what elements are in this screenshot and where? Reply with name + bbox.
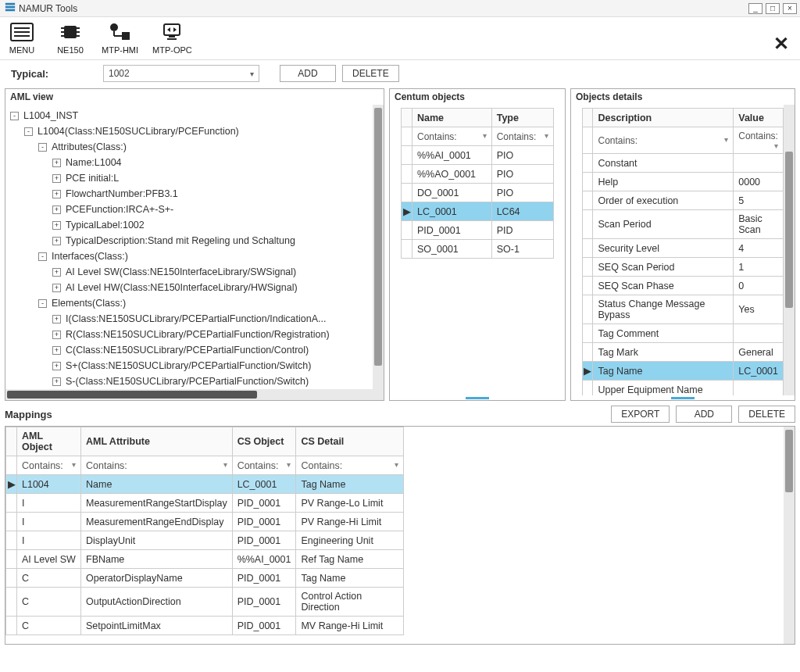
table-row[interactable]: IMeasurementRangeStartDisplayPID_0001PV … xyxy=(6,494,404,513)
mtp-hmi-tool[interactable]: MTP-HMI xyxy=(102,20,138,55)
maximize-button[interactable]: □ xyxy=(766,3,780,14)
svg-point-14 xyxy=(110,23,118,31)
expand-icon[interactable]: + xyxy=(52,221,61,230)
typical-label: Typical: xyxy=(11,68,97,80)
tree-node[interactable]: +Name:L1004 xyxy=(9,155,370,170)
export-button[interactable]: EXPORT xyxy=(611,406,670,423)
mappings-grid-wrap: AML Object AML Attribute CS Object CS De… xyxy=(5,426,795,645)
table-row[interactable]: %%AO_0001PIO xyxy=(402,165,554,184)
expand-icon[interactable]: - xyxy=(38,299,47,308)
delete-mapping-button[interactable]: DELETE xyxy=(738,406,795,423)
svg-rect-2 xyxy=(5,9,15,12)
scrollbar[interactable] xyxy=(784,105,795,395)
scrollbar[interactable] xyxy=(373,105,384,400)
tree-node[interactable]: +TypicalLabel:1002 xyxy=(9,217,370,233)
expand-icon[interactable]: + xyxy=(52,346,61,355)
table-row[interactable]: SEQ Scan Period1 xyxy=(583,258,784,277)
delete-typical-button[interactable]: DELETE xyxy=(342,65,399,82)
tree-node[interactable]: +TypicalDescription:Stand mit Regeling u… xyxy=(9,233,370,248)
table-row[interactable]: %%AI_0001PIO xyxy=(402,146,554,165)
tree-node[interactable]: -Attributes(Class:) xyxy=(9,139,370,155)
panel-close-icon[interactable]: ✕ xyxy=(773,33,794,55)
table-row[interactable]: AI Level SWFBName%%AI_0001Ref Tag Name xyxy=(6,550,404,569)
add-mapping-button[interactable]: ADD xyxy=(676,406,732,423)
expand-icon[interactable]: - xyxy=(38,252,47,261)
filter-icon[interactable]: ▾ xyxy=(545,131,548,140)
typical-value: 1002 xyxy=(109,68,130,79)
mappings-grid[interactable]: AML Object AML Attribute CS Object CS De… xyxy=(5,427,404,635)
aml-tree[interactable]: -L1004_INST-L1004(Class:NE150SUCLibrary/… xyxy=(5,105,384,400)
filter-icon[interactable]: ▾ xyxy=(724,135,728,144)
tree-node[interactable]: -L1004(Class:NE150SUCLibrary/PCEFunction… xyxy=(9,123,370,139)
table-row[interactable]: ▶L1004NameLC_0001Tag Name xyxy=(6,475,404,494)
table-row[interactable]: ▶Tag NameLC_0001 xyxy=(583,362,784,381)
table-row[interactable]: Status Change Message BypassYes xyxy=(583,295,784,324)
tree-node[interactable]: -L1004_INST xyxy=(9,108,370,123)
table-row[interactable]: DO_0001PIO xyxy=(402,184,554,202)
filter-icon[interactable]: ▾ xyxy=(287,460,291,469)
filter-icon[interactable]: ▾ xyxy=(483,131,487,140)
minimize-button[interactable]: _ xyxy=(748,3,762,14)
tree-node[interactable]: +I(Class:NE150SUCLibrary/PCEPartialFunct… xyxy=(9,311,370,327)
table-row[interactable]: ▶LC_0001LC64 xyxy=(402,202,554,221)
filter-icon[interactable]: ▾ xyxy=(223,460,227,469)
scrollbar[interactable] xyxy=(784,427,795,644)
table-row[interactable]: Tag Comment xyxy=(583,324,784,343)
menu-label: MENU xyxy=(9,45,34,55)
tree-node[interactable]: +PCE initial:L xyxy=(9,170,370,186)
tree-node[interactable]: +R(Class:NE150SUCLibrary/PCEPartialFunct… xyxy=(9,327,370,342)
details-grid[interactable]: DescriptionValue Contains:▾ Contains:▾ C… xyxy=(582,108,784,395)
filter-icon[interactable]: ▾ xyxy=(395,460,398,469)
expand-icon[interactable]: + xyxy=(52,362,61,370)
tree-node[interactable]: +AI Level SW(Class:NE150InterfaceLibrary… xyxy=(9,264,370,280)
tree-node[interactable]: -Elements(Class:) xyxy=(9,295,370,311)
table-row[interactable]: CSetpointLimitMaxPID_0001MV Range-Hi Lim… xyxy=(6,617,404,635)
table-row[interactable]: IMeasurementRangeEndDisplayPID_0001PV Ra… xyxy=(6,513,404,531)
table-row[interactable]: PID_0001PID xyxy=(402,221,554,240)
filter-icon[interactable]: ▾ xyxy=(774,141,778,150)
menu-tool[interactable]: MENU xyxy=(5,20,39,55)
table-row[interactable]: SEQ Scan Phase0 xyxy=(583,277,784,295)
table-row[interactable]: SO_0001SO-1 xyxy=(402,240,554,259)
scrollbar[interactable] xyxy=(5,389,373,400)
tree-node[interactable]: +S+(Class:NE150SUCLibrary/PCEPartialFunc… xyxy=(9,358,370,374)
ne150-tool[interactable]: NE150 xyxy=(53,20,88,55)
table-row[interactable]: IDisplayUnitPID_0001Engineering Unit xyxy=(6,531,404,550)
add-typical-button[interactable]: ADD xyxy=(280,65,336,82)
centum-title: Centum objects xyxy=(390,89,565,105)
table-row[interactable]: COutputActionDirectionPID_0001Control Ac… xyxy=(6,588,404,617)
expand-icon[interactable]: + xyxy=(52,315,61,323)
mtp-opc-tool[interactable]: MTP-OPC xyxy=(152,20,192,55)
table-row[interactable]: Security Level4 xyxy=(583,239,784,258)
expand-icon[interactable]: - xyxy=(10,112,19,120)
tree-node[interactable]: +AI Level HW(Class:NE150InterfaceLibrary… xyxy=(9,280,370,295)
table-row[interactable]: Help0000 xyxy=(583,173,784,191)
tree-node[interactable]: +PCEFunction:IRCA+-S+- xyxy=(9,202,370,217)
expand-icon[interactable]: + xyxy=(52,237,61,245)
tree-node[interactable]: +S-(Class:NE150SUCLibrary/PCEPartialFunc… xyxy=(9,374,370,389)
table-row[interactable]: COperatorDisplayNamePID_0001Tag Name xyxy=(6,569,404,588)
table-row[interactable]: Constant xyxy=(583,154,784,173)
expand-icon[interactable]: + xyxy=(52,331,61,339)
expand-icon[interactable]: + xyxy=(52,377,61,386)
tree-node[interactable]: +FlowchartNumber:PFB3.1 xyxy=(9,186,370,202)
close-button[interactable]: × xyxy=(783,3,797,14)
expand-icon[interactable]: + xyxy=(52,268,61,277)
typical-combo[interactable]: 1002 ▾ xyxy=(103,65,259,82)
table-row[interactable]: Order of execution5 xyxy=(583,191,784,210)
centum-grid[interactable]: NameType Contains:▾ Contains:▾ %%AI_0001… xyxy=(401,108,554,259)
expand-icon[interactable]: + xyxy=(52,284,61,292)
expand-icon[interactable]: - xyxy=(24,127,33,136)
expand-icon[interactable]: + xyxy=(52,159,61,167)
table-row[interactable]: Tag MarkGeneral xyxy=(583,343,784,362)
tree-node[interactable]: +C(Class:NE150SUCLibrary/PCEPartialFunct… xyxy=(9,342,370,358)
expand-icon[interactable]: + xyxy=(52,206,61,214)
ne150-label: NE150 xyxy=(57,45,84,55)
table-row[interactable]: Scan PeriodBasic Scan xyxy=(583,210,784,239)
expand-icon[interactable]: + xyxy=(52,190,61,198)
expand-icon[interactable]: + xyxy=(52,174,61,183)
expand-icon[interactable]: - xyxy=(38,143,47,152)
tree-node[interactable]: -Interfaces(Class:) xyxy=(9,248,370,264)
filter-icon[interactable]: ▾ xyxy=(72,460,76,469)
table-row[interactable]: Upper Equipment Name xyxy=(583,381,784,396)
